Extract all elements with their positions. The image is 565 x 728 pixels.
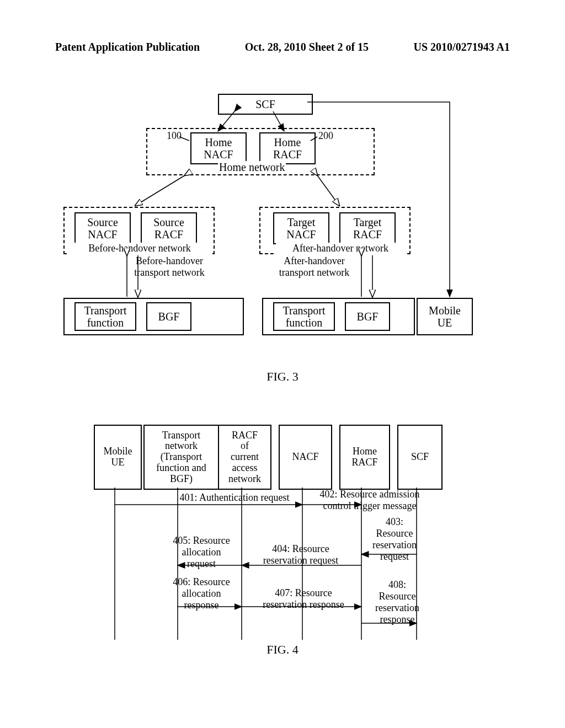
after-transport-label: After-handover transport network xyxy=(265,255,364,279)
transport-function-right: Transport function xyxy=(273,302,335,331)
scf-box: SCF xyxy=(218,94,313,115)
before-transport-label: Before-handover transport network xyxy=(119,255,220,279)
msg-407: 407: Resource reservation response xyxy=(254,587,353,611)
before-network-label: Before-handover network xyxy=(67,243,212,254)
msg-402: 402: Resource admission control trigger … xyxy=(309,489,430,512)
seq-scf: SCF xyxy=(397,425,443,490)
msg-406: 406: Resource allocation response xyxy=(166,576,237,611)
home-racf-box: Home RACF xyxy=(259,132,316,164)
header-right: US 2010/0271943 A1 xyxy=(414,41,510,53)
fig3-caption: FIG. 3 xyxy=(0,370,565,384)
source-racf-box: Source RACF xyxy=(141,212,197,244)
fig4-caption: FIG. 4 xyxy=(0,643,565,657)
msg-404: 404: Resource reservation request xyxy=(254,543,348,566)
transport-function-left: Transport function xyxy=(74,302,136,331)
mobile-ue-box: Mobile UE xyxy=(417,298,473,335)
msg-403: 403: Resource reservation request xyxy=(364,516,425,563)
figure-4: Mobile UE Transport network (Transport f… xyxy=(94,425,458,640)
svg-line-3 xyxy=(317,175,339,206)
ref-100: 100 xyxy=(166,130,183,142)
msg-401: 401: Authentication request xyxy=(166,492,303,504)
figure-3: SCF Home NACF Home RACF Home network 100… xyxy=(63,94,483,364)
bgf-left: BGF xyxy=(146,302,191,331)
target-racf-box: Target RACF xyxy=(339,212,396,244)
seq-racf-current: RACF of current access network xyxy=(218,425,271,490)
after-network-label: After-handover network xyxy=(276,243,405,254)
home-network-label: Home network xyxy=(218,161,286,174)
source-nacf-box: Source NACF xyxy=(74,212,131,244)
header-left: Patent Application Publication xyxy=(55,41,200,53)
seq-nacf: NACF xyxy=(279,425,332,490)
seq-mobile-ue: Mobile UE xyxy=(94,425,142,490)
home-nacf-box: Home NACF xyxy=(190,132,247,164)
msg-408: 408: Resource reservation response xyxy=(367,579,428,625)
ref-200: 200 xyxy=(317,130,334,142)
target-nacf-box: Target NACF xyxy=(273,212,329,244)
seq-home-racf: Home RACF xyxy=(339,425,390,490)
bgf-right: BGF xyxy=(345,302,390,331)
header-center: Oct. 28, 2010 Sheet 2 of 15 xyxy=(245,41,369,53)
msg-405: 405: Resource allocation request xyxy=(166,535,237,570)
seq-transport: Transport network (Transport function an… xyxy=(143,425,219,490)
svg-line-2 xyxy=(135,175,185,206)
